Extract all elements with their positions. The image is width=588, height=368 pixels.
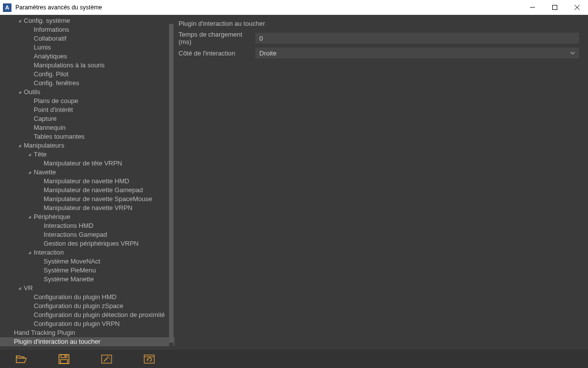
tree-item[interactable]: Config. Pilot bbox=[0, 70, 175, 79]
tree-item-label: Configuration du plugin VRPN bbox=[33, 319, 119, 328]
app-icon: A bbox=[3, 3, 11, 12]
tree-item-label: Tables tournantes bbox=[33, 132, 85, 141]
tree-item[interactable]: Point d'intérêt bbox=[0, 105, 175, 114]
tree-item-label: Interactions HMD bbox=[43, 221, 93, 230]
tree-item[interactable]: Manipulateur de navette SpaceMouse bbox=[0, 195, 175, 204]
svg-rect-7 bbox=[64, 355, 66, 357]
scrollbar-thumb[interactable] bbox=[169, 24, 174, 343]
tree-item[interactable]: Mannequin bbox=[0, 123, 175, 132]
tree-item[interactable]: Collaboratif bbox=[0, 34, 175, 43]
tree-expand-icon[interactable]: ◢ bbox=[27, 150, 32, 159]
tree-item-label: Interactions Gamepad bbox=[43, 230, 107, 239]
tree-item-label: Manipulateur de tête VRPN bbox=[43, 159, 122, 168]
tree-item[interactable]: Système MoveNAct bbox=[0, 257, 175, 266]
tree-item-label: Interaction bbox=[33, 248, 64, 257]
tree-item-label: Périphérique bbox=[33, 212, 70, 221]
svg-line-9 bbox=[104, 357, 108, 361]
tree-item[interactable]: Interactions Gamepad bbox=[0, 230, 175, 239]
tree-expand-icon[interactable]: ◢ bbox=[17, 16, 22, 25]
tree-item[interactable]: Plugin d'interaction au toucher bbox=[0, 337, 175, 346]
svg-point-10 bbox=[109, 356, 110, 357]
tree-item[interactable]: Système Manette bbox=[0, 275, 175, 284]
tree-item[interactable]: Plans de coupe bbox=[0, 97, 175, 105]
tree-item-label: Analytiques bbox=[33, 52, 67, 61]
tree-item[interactable]: Gestion des périphériques VRPN bbox=[0, 239, 175, 248]
tree-item-label: Config. système bbox=[23, 16, 70, 25]
tree-item[interactable]: ◢Outils bbox=[0, 88, 175, 97]
tree-expand-icon[interactable]: ◢ bbox=[27, 248, 32, 257]
tree-item[interactable]: Lumis bbox=[0, 43, 175, 52]
tree-item[interactable]: Configuration du plugin HMD bbox=[0, 293, 175, 302]
tree-item[interactable]: Système PieMenu bbox=[0, 266, 175, 275]
interaction-side-select[interactable]: Droite bbox=[255, 48, 579, 58]
tree-item[interactable]: Manipulations à la souris bbox=[0, 61, 175, 70]
tree-item-label: Manipulateur de navette HMD bbox=[43, 177, 129, 186]
tree-item-label: Manipulations à la souris bbox=[33, 61, 105, 70]
nav-tree[interactable]: ◢Config. systèmeInformationsCollaboratif… bbox=[0, 15, 175, 350]
wand-button[interactable] bbox=[85, 350, 128, 368]
tree-item[interactable]: Configuration du plugin zSpace bbox=[0, 302, 175, 311]
tree-item[interactable]: ◢Tête bbox=[0, 150, 175, 159]
loading-time-row: Temps de chargement (ms) bbox=[178, 32, 579, 45]
tree-item[interactable]: Interactions HMD bbox=[0, 221, 175, 230]
tree-item[interactable]: Hand Tracking Plugin bbox=[0, 328, 175, 337]
tree-item-label: Point d'intérêt bbox=[33, 105, 73, 114]
tree-item-label: Navette bbox=[33, 168, 56, 177]
tree-item-label: Système PieMenu bbox=[43, 266, 96, 275]
tree-item[interactable]: Manipulateur de navette Gamepad bbox=[0, 186, 175, 195]
tree-item[interactable]: Manipulateur de tête VRPN bbox=[0, 159, 175, 168]
tree-item[interactable]: Configuration du plugin VRPN bbox=[0, 319, 175, 328]
tree-expand-icon[interactable]: ◢ bbox=[17, 284, 22, 293]
tree-item-label: Hand Tracking Plugin bbox=[13, 328, 75, 337]
tree-expand-icon[interactable]: ◢ bbox=[17, 141, 22, 150]
tree-item-label: Manipulateur de navette VRPN bbox=[43, 204, 132, 212]
interaction-side-row: Côté de l'interaction Droite bbox=[178, 47, 579, 59]
open-button[interactable] bbox=[0, 350, 43, 368]
tree-item-label: Capture bbox=[33, 114, 57, 123]
tree-item-label: Config. fenêtres bbox=[33, 79, 79, 88]
folder-open-icon bbox=[16, 354, 27, 364]
tree-item[interactable]: ◢Périphérique bbox=[0, 212, 175, 221]
tree-item-label: Gestion des périphériques VRPN bbox=[43, 239, 139, 248]
tree-expand-icon[interactable]: ◢ bbox=[27, 168, 32, 177]
tree-item[interactable]: Analytiques bbox=[0, 52, 175, 61]
loading-time-label: Temps de chargement (ms) bbox=[178, 31, 255, 46]
tree-expand-icon[interactable]: ◢ bbox=[17, 88, 22, 97]
chevron-down-icon bbox=[570, 50, 575, 57]
tree-item[interactable]: ◢Interaction bbox=[0, 248, 175, 257]
tree-expand-icon[interactable]: ◢ bbox=[27, 212, 32, 221]
tree-item[interactable]: Manipulateur de navette HMD bbox=[0, 177, 175, 186]
close-button[interactable] bbox=[566, 0, 588, 15]
tree-item-label: Plugin d'interaction au toucher bbox=[13, 337, 100, 346]
tree-item-label: Lumis bbox=[33, 43, 51, 52]
tree-item[interactable]: Config. fenêtres bbox=[0, 79, 175, 88]
tree-item-label: Manipulateur de navette Gamepad bbox=[43, 186, 143, 195]
tree-item-label: Collaboratif bbox=[33, 34, 66, 43]
reset-button[interactable] bbox=[128, 350, 171, 368]
save-button[interactable] bbox=[43, 350, 85, 368]
floppy-save-icon bbox=[59, 354, 69, 364]
tree-item-label: Configuration du plugin zSpace bbox=[33, 302, 123, 311]
tree-item-label: Outils bbox=[23, 88, 40, 97]
main: ◢Config. systèmeInformationsCollaboratif… bbox=[0, 15, 588, 350]
interaction-side-label: Côté de l'interaction bbox=[178, 50, 255, 57]
tree-item[interactable]: Configuration du plugin détection de pro… bbox=[0, 311, 175, 319]
window-controls bbox=[521, 0, 588, 15]
tree-item-label: Configuration du plugin détection de pro… bbox=[33, 311, 165, 319]
tree-item[interactable]: Capture bbox=[0, 114, 175, 123]
interaction-side-value: Droite bbox=[259, 50, 277, 57]
minimize-button[interactable] bbox=[521, 0, 543, 15]
tree-item[interactable]: Informations bbox=[0, 25, 175, 34]
bottom-toolbar bbox=[0, 350, 588, 368]
tree-item[interactable]: ◢Config. système bbox=[0, 16, 175, 25]
panel-title: Plugin d'interaction au toucher bbox=[178, 20, 265, 27]
tree-item[interactable]: ◢Manipulateurs bbox=[0, 141, 175, 150]
maximize-button[interactable] bbox=[543, 0, 566, 15]
tree-item[interactable]: ◢Navette bbox=[0, 168, 175, 177]
tree-item[interactable]: ◢VR bbox=[0, 284, 175, 293]
loading-time-input[interactable] bbox=[255, 33, 579, 44]
sidebar: ◢Config. systèmeInformationsCollaboratif… bbox=[0, 15, 175, 350]
tree-item[interactable]: Tables tournantes bbox=[0, 132, 175, 141]
tree-item[interactable]: Manipulateur de navette VRPN bbox=[0, 204, 175, 212]
tree-item-label: Config. Pilot bbox=[33, 70, 68, 79]
